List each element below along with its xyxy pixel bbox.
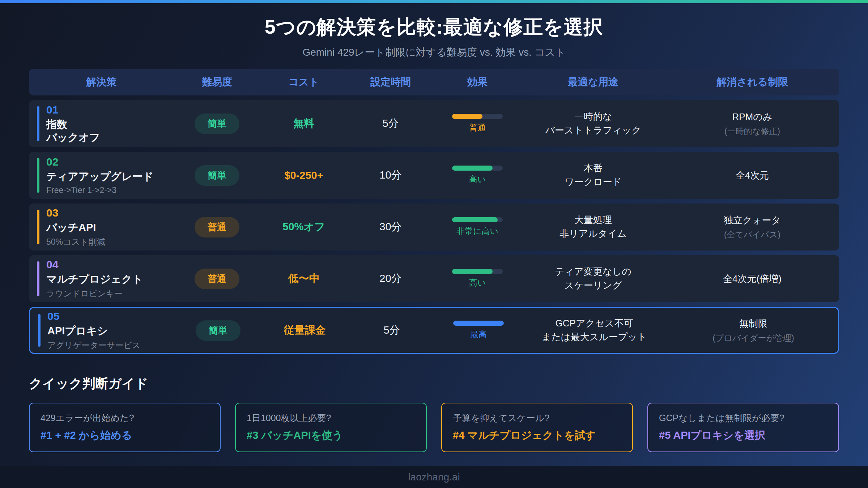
difficulty-badge: 簡単 [195, 114, 239, 134]
solution-subtitle: Free->Tier 1->2->3 [46, 185, 174, 195]
effect-bar-fill [452, 217, 498, 222]
cost-value: $0-250+ [260, 170, 347, 181]
main-content: 5つの解決策を比較:最適な修正を選択 Gemini 429レート制限に対する難易… [29, 3, 839, 466]
solution-cell: 04 マルチプロジェクト ラウンドロビンキー [29, 258, 174, 299]
column-header-cost: コスト [260, 75, 347, 89]
limit-value: 独立クォータ [665, 214, 839, 227]
page-title: 5つの解決策を比較:最適な修正を選択 [29, 14, 839, 40]
page-subtitle: Gemini 429レート制限に対する難易度 vs. 効果 vs. コスト [29, 46, 839, 59]
setup-time-value: 5分 [347, 116, 434, 131]
difficulty-cell: 簡単 [175, 320, 261, 341]
difficulty-cell: 普通 [174, 269, 260, 289]
solution-number: 01 [46, 103, 174, 116]
effect-bar-track [452, 114, 503, 119]
guide-cards: 429エラーが出始めた? #1 + #2 から始める 1日1000枚以上必要? … [29, 403, 839, 452]
difficulty-cell: 簡単 [174, 114, 260, 134]
decision-question: 予算を抑えてスケール? [453, 412, 621, 424]
column-header-difficulty: 難易度 [174, 75, 260, 89]
solution-cell: 01 指数 バックオフ [29, 103, 174, 144]
limits-cell: 全4次元(倍増) [665, 272, 839, 285]
difficulty-badge: 簡単 [195, 165, 239, 186]
setup-time-value: 30分 [347, 220, 434, 234]
difficulty-badge: 普通 [195, 269, 239, 289]
decision-answer: #3 バッチAPIを使う [247, 428, 415, 443]
solution-name: ティアアップグレード [46, 170, 174, 183]
effect-label: 高い [469, 277, 486, 288]
column-header-setup-time: 設定時間 [347, 75, 434, 89]
solution-number: 05 [47, 310, 175, 323]
solution-row-04: 04 マルチプロジェクト ラウンドロビンキー 普通 低〜中 20分 高い ティア… [29, 255, 839, 302]
solution-row-02: 02 ティアアップグレード Free->Tier 1->2->3 簡単 $0-2… [29, 152, 839, 199]
solution-name: 指数 バックオフ [46, 118, 174, 144]
limit-value: 無制限 [667, 317, 840, 330]
solution-row-05: 05 APIプロキシ アグリゲーターサービス 簡単 従量課金 5分 最高 GCP… [29, 307, 839, 354]
solution-name: APIプロキシ [47, 324, 175, 337]
decision-card-3: 予算を抑えてスケール? #4 マルチプロジェクトを試す [441, 403, 633, 452]
row-accent-bar [37, 210, 39, 244]
row-accent-bar [37, 158, 39, 193]
effect-label: 最高 [470, 329, 487, 340]
guide-title: クイック判断ガイド [29, 375, 839, 393]
effect-meter: 非常に高い [434, 217, 521, 237]
solution-number: 03 [46, 206, 174, 219]
page-canvas: 5つの解決策を比較:最適な修正を選択 Gemini 429レート制限に対する難易… [0, 0, 868, 488]
solution-number: 04 [46, 258, 174, 271]
effect-bar-fill [452, 114, 482, 119]
solution-row-03: 03 バッチAPI 50%コスト削減 普通 50%オフ 30分 非常に高い 大量… [29, 204, 839, 251]
decision-answer: #5 APIプロキシを選択 [659, 428, 827, 443]
effect-bar-fill [452, 166, 493, 171]
difficulty-badge: 簡単 [196, 320, 241, 341]
limit-note: (一時的な修正) [665, 126, 839, 137]
table-header-row: 解決策 難易度 コスト 設定時間 効果 最適な用途 解消される制限 [29, 69, 839, 95]
best-use-value: 一時的な バーストトラフィック [521, 110, 665, 137]
decision-question: 1日1000枚以上必要? [247, 412, 415, 424]
solution-subtitle: ラウンドロビンキー [46, 288, 174, 299]
effect-bar-fill [452, 269, 493, 274]
row-accent-bar [37, 261, 39, 296]
difficulty-cell: 簡単 [174, 165, 260, 186]
limit-note: (全てバイパス) [665, 229, 839, 240]
limits-cell: RPMのみ (一時的な修正) [665, 110, 839, 137]
limit-value: 全4次元 [665, 169, 839, 182]
difficulty-cell: 普通 [174, 217, 260, 237]
limits-cell: 独立クォータ (全てバイパス) [665, 214, 839, 240]
column-header-effect: 効果 [434, 75, 521, 89]
cost-value: 低〜中 [260, 271, 347, 286]
row-accent-bar [37, 106, 39, 141]
solution-subtitle: アグリゲーターサービス [47, 340, 175, 351]
effect-bar-track [452, 166, 503, 171]
best-use-value: ティア変更なしの スケーリング [521, 265, 665, 292]
limits-cell: 全4次元 [665, 169, 839, 182]
best-use-value: 本番 ワークロード [521, 162, 665, 189]
footer-brand: laozhang.ai [408, 471, 460, 483]
best-use-value: GCPアクセス不可 または最大スループット [522, 317, 667, 344]
solution-cell: 05 APIプロキシ アグリゲーターサービス [30, 310, 175, 351]
solution-row-01: 01 指数 バックオフ 簡単 無料 5分 普通 一時的な バーストトラフィック [29, 100, 839, 147]
column-header-solution: 解決策 [29, 75, 174, 89]
setup-time-value: 10分 [347, 168, 434, 183]
cost-value: 50%オフ [260, 220, 347, 234]
row-accent-bar [38, 314, 41, 347]
cost-value: 従量課金 [261, 323, 348, 338]
column-header-best-use: 最適な用途 [521, 75, 665, 89]
effect-meter: 普通 [434, 114, 521, 133]
effect-label: 普通 [469, 122, 486, 133]
decision-card-4: GCPなしまたは無制限が必要? #5 APIプロキシを選択 [647, 403, 839, 452]
limit-note: (プロバイダーが管理) [667, 333, 840, 344]
setup-time-value: 5分 [348, 323, 435, 338]
effect-bar-track [452, 217, 503, 222]
best-use-value: 大量処理 非リアルタイム [521, 213, 665, 240]
decision-answer: #4 マルチプロジェクトを試す [453, 428, 621, 443]
limit-value: RPMのみ [665, 110, 839, 123]
comparison-table: 解決策 難易度 コスト 設定時間 効果 最適な用途 解消される制限 01 指数 … [29, 69, 839, 354]
decision-question: 429エラーが出始めた? [41, 412, 209, 424]
difficulty-badge: 普通 [195, 217, 239, 237]
solution-cell: 03 バッチAPI 50%コスト削減 [29, 206, 174, 247]
decision-card-2: 1日1000枚以上必要? #3 バッチAPIを使う [235, 403, 427, 452]
cost-value: 無料 [260, 116, 347, 131]
solution-name: マルチプロジェクト [46, 273, 174, 286]
solution-cell: 02 ティアアップグレード Free->Tier 1->2->3 [29, 155, 174, 195]
decision-question: GCPなしまたは無制限が必要? [659, 412, 827, 424]
column-header-limits-resolved: 解消される制限 [665, 75, 839, 89]
effect-bar-track [453, 321, 504, 326]
